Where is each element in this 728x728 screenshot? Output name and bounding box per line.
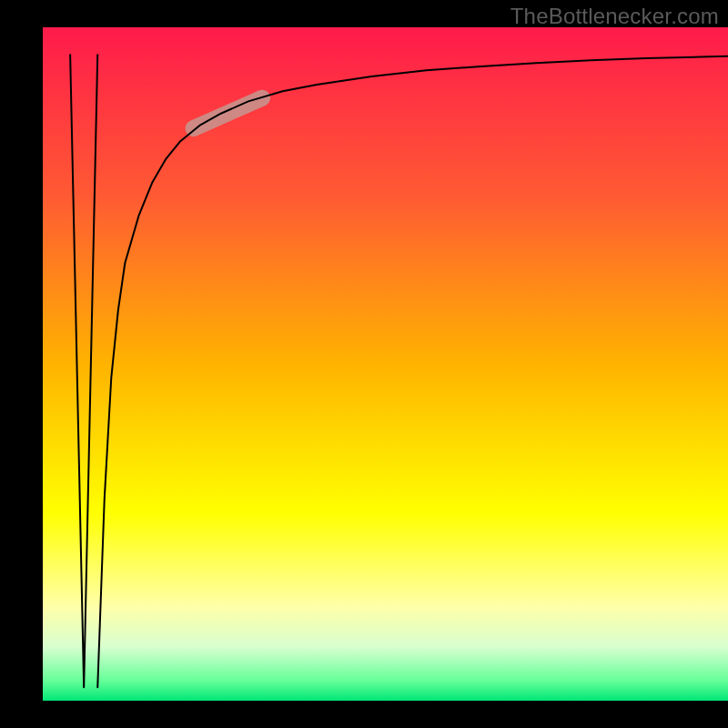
chart-svg <box>0 0 728 728</box>
chart-canvas <box>0 0 728 728</box>
watermark-text: TheBottlenecker.com <box>511 4 719 29</box>
plot-background <box>43 27 728 701</box>
